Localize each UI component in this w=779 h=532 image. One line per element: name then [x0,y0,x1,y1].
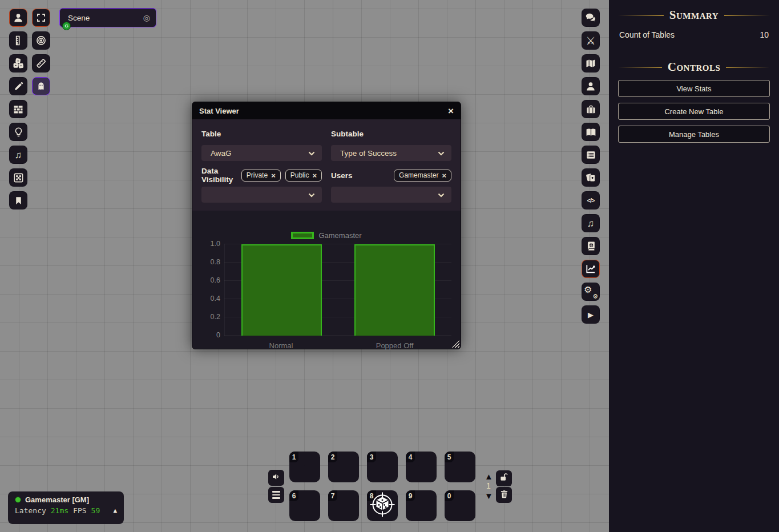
tool-notes[interactable] [9,191,27,209]
hotbar-slot-7[interactable]: 7 [328,490,359,521]
tool-walls[interactable] [9,100,27,118]
tab-stats[interactable] [582,260,600,278]
tab-chat[interactable] [582,9,600,27]
y-tick: 0.4 [202,295,220,303]
player-list[interactable]: Gamemaster [GM] Latency 21ms FPS 59 ▲ [8,491,124,524]
tab-actors[interactable] [582,77,600,95]
tool-sounds[interactable]: ♫ [9,146,27,164]
player-list-expand-caret[interactable]: ▲ [113,507,117,514]
tab-combat[interactable]: ⚔ [582,31,600,50]
data-visibility-select[interactable] [201,187,322,203]
subtable-label: Subtable [331,130,364,138]
tab-journal[interactable] [582,123,600,141]
tab-settings[interactable]: ⚙ ⚙ [582,283,600,301]
tab-compendium[interactable] [582,237,600,255]
hotbar-slot-2[interactable]: 2 [328,452,359,482]
chevron-down-icon [308,148,315,158]
summary-title: Summary [669,8,719,22]
manage-tables-button[interactable]: Manage Tables [618,126,770,143]
tool-draw[interactable] [9,77,27,95]
controls-title: Controls [668,60,721,74]
gm-badge: G [62,22,71,30]
create-new-table-button[interactable]: Create New Table [618,103,770,120]
user-icon [585,80,596,92]
window-title: Stat Viewer [199,107,448,115]
ghost-icon [36,81,46,91]
hotbar-slot-1[interactable]: 1 [289,452,320,482]
close-icon[interactable]: × [448,106,454,116]
tag-public[interactable]: Public × [285,170,322,182]
tab-scenes[interactable] [582,54,600,72]
unlock-icon [499,472,509,485]
expand-icon [36,13,46,23]
y-tick: 1.0 [202,240,220,248]
hotbar-slot-8[interactable]: 8 [367,490,398,521]
tab-playlists[interactable]: ♫ [582,214,600,232]
hotbar-page-down[interactable]: ▼ [485,491,493,500]
macro-directory-button[interactable] [268,487,284,503]
dice-icon [12,57,25,70]
legend-swatch [291,232,314,239]
tag-gamemaster[interactable]: Gamemaster × [394,170,451,182]
tool-dice[interactable] [9,54,27,72]
hotbar-slot-3[interactable]: 3 [367,452,398,482]
tool-select[interactable] [32,9,50,27]
data-visibility-label: Data Visibility [201,167,237,184]
remove-tag-icon[interactable]: × [312,171,317,180]
remove-tag-icon[interactable]: × [271,171,276,180]
tool-tiles[interactable] [9,168,27,187]
table-select[interactable]: AwaG [201,145,322,161]
hotbar-slot-5[interactable]: 5 [445,452,475,482]
y-tick: 0.2 [202,313,220,321]
summary-heading: Summary [618,8,770,22]
tool-measure[interactable] [9,31,27,50]
bookmark-icon [14,196,23,205]
subtable-select[interactable]: Type of Success [331,145,451,161]
tab-macros[interactable]: </> [582,191,600,209]
tool-lighting[interactable] [9,123,27,141]
x-label-normal: Normal [224,341,338,350]
tool-target[interactable] [32,31,50,50]
chat-bubbles-icon [584,11,597,24]
hotbar-lock-button[interactable] [496,470,512,486]
tab-items[interactable] [582,100,600,118]
tab-tables[interactable] [582,146,600,164]
bar-normal [241,244,322,336]
hotbar-slot-0[interactable]: 0 [445,490,475,521]
stat-viewer-body: Table AwaG Subtable Type of Success Data… [192,119,461,349]
hotbar-slot-9[interactable]: 9 [406,490,437,521]
window-titlebar[interactable]: Stat Viewer × [192,102,461,119]
hotbar-slot-6[interactable]: 6 [289,490,320,521]
users-field: Users Gamemaster × [331,169,451,203]
tool-ruler[interactable] [32,54,50,72]
open-book-icon [585,126,597,138]
data-visibility-field: Data Visibility Private × Public × [201,169,322,203]
latency-label: Latency [15,506,46,515]
chart-legend[interactable]: Gamemaster [201,231,451,240]
tool-ghost[interactable] [32,77,50,95]
view-stats-button[interactable]: View Stats [618,80,770,97]
hotbar-slot-4[interactable]: 4 [406,452,437,482]
chart-plot-area: 1.0 0.8 0.6 0.4 0.2 0 [224,244,451,336]
users-select[interactable] [331,187,451,203]
swords-icon: ⚔ [586,35,595,46]
suitcase-icon [586,104,596,115]
music-note-icon: ♫ [587,219,595,228]
playlist-volume-button[interactable] [268,470,284,486]
scene-nav-item[interactable]: Scene ◎ G [59,8,156,27]
sidebar-collapse-button[interactable]: ▶ [582,305,600,324]
resize-handle[interactable] [452,340,459,348]
scene-target-icon[interactable]: ◎ [143,13,150,22]
users-label: Users [331,171,353,180]
stats-sidebar-panel: Summary Count of Tables 10 Controls View… [609,0,779,532]
tool-token[interactable] [9,9,27,27]
speaker-icon [271,471,281,484]
pencil-icon [13,81,24,92]
bricks-icon [13,103,24,115]
hotbar-clear-button[interactable] [496,487,512,503]
tab-cards[interactable] [582,168,600,187]
hotbar-page-up[interactable]: ▲ [485,472,493,481]
tag-private[interactable]: Private × [241,170,281,182]
hotbar-page-number: 1 [483,481,494,490]
remove-tag-icon[interactable]: × [442,171,446,180]
